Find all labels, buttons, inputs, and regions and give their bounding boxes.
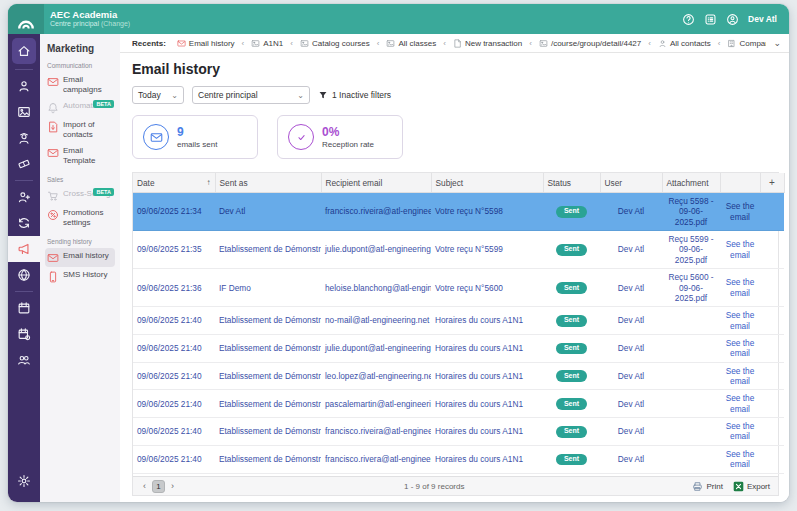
- table-row[interactable]: 09/06/2025 21:40Etablissement de Démonst…: [133, 307, 784, 335]
- recent-item-all-contacts[interactable]: All contacts: [658, 39, 711, 48]
- column-header-link[interactable]: [720, 173, 760, 193]
- column-header-sent_as[interactable]: Sent as: [215, 173, 321, 193]
- rainbow-logo-icon: [17, 19, 35, 29]
- sidebar-item-automation[interactable]: AutomationBETA: [45, 98, 115, 117]
- see-the-email-link[interactable]: See the email: [726, 277, 755, 297]
- envelope-icon: [47, 76, 59, 88]
- cell-blank: [760, 390, 784, 418]
- cell-subject: Votre reçu N°5600: [431, 269, 543, 307]
- rail-item-contacts-icon[interactable]: [8, 73, 40, 99]
- cell-blank: [760, 193, 784, 231]
- table-row[interactable]: 09/06/2025 21:40Etablissement de Démonst…: [133, 418, 784, 446]
- see-the-email-link[interactable]: See the email: [726, 310, 755, 330]
- column-header-attachment[interactable]: Attachment: [662, 173, 720, 193]
- recent-item-label: Email history: [189, 39, 235, 48]
- recent-item-label: /course/group/detail/4427: [551, 39, 641, 48]
- table-row[interactable]: 09/06/2025 21:40Etablissement de Démonst…: [133, 390, 784, 418]
- table-row[interactable]: 09/06/2025 21:40Etablissement de Démonst…: [133, 362, 784, 390]
- sidebar-item-cross-selling[interactable]: Cross-SellingBETA: [45, 186, 115, 205]
- sidebar-item-import-of-contacts[interactable]: Import of contacts: [45, 117, 115, 143]
- tasks-list-icon[interactable]: [704, 13, 717, 26]
- sidebar-item-email-template[interactable]: Email Template: [45, 143, 115, 169]
- rail-item-home-icon[interactable]: [12, 38, 36, 64]
- centre-select[interactable]: Centre principal⌄: [192, 86, 310, 104]
- cell-recipient: julie.dupont@atl-engineering.net: [321, 334, 431, 362]
- column-header-user[interactable]: User: [600, 173, 662, 193]
- cell-sent_as: Etablissement de Démonstration: [215, 231, 321, 269]
- see-the-email-link[interactable]: See the email: [726, 366, 755, 386]
- cell-date: 09/06/2025 21:40: [133, 390, 215, 418]
- envelope-icon: [143, 124, 169, 150]
- recent-item-companies[interactable]: Companies: [727, 39, 766, 48]
- see-the-email-link[interactable]: See the email: [726, 239, 755, 259]
- cell-user: Dev Atl: [600, 362, 662, 390]
- prev-page-icon[interactable]: ‹: [141, 481, 148, 491]
- rail-item-person-add-icon[interactable]: [8, 184, 40, 210]
- rail-item-groups-icon[interactable]: [8, 347, 40, 373]
- centre-change-link[interactable]: (Change): [101, 20, 130, 27]
- column-header-date[interactable]: Date↑: [133, 173, 215, 193]
- recent-item-new-transaction[interactable]: New transaction: [453, 39, 522, 48]
- column-header-subject[interactable]: Subject: [431, 173, 543, 193]
- cell-date: 09/06/2025 21:40: [133, 334, 215, 362]
- chevron-left-icon: ‹: [648, 39, 651, 48]
- table-row[interactable]: 09/06/2025 21:36IF Demoheloise.blanchong…: [133, 269, 784, 307]
- sidebar-item-email-campaigns[interactable]: Email campaigns: [45, 72, 115, 98]
- cell-user: Dev Atl: [600, 193, 662, 231]
- rail-item-megaphone-icon[interactable]: [8, 236, 40, 262]
- see-the-email-link[interactable]: See the email: [726, 393, 755, 413]
- recent-item-a1n1[interactable]: A1N1: [251, 39, 283, 48]
- table-row[interactable]: 09/06/2025 21:35Etablissement de Démonst…: [133, 231, 784, 269]
- cell-recipient: francisco.rivera@atl-engineering.net: [321, 445, 431, 473]
- cell-date: 09/06/2025 21:34: [133, 193, 215, 231]
- sidebar-item-promotions-settings[interactable]: Promotions settings: [45, 205, 115, 231]
- cell-attachment: Reçu 5600 - 09-06-2025.pdf: [662, 269, 720, 307]
- sidebar-item-email-history[interactable]: Email history: [45, 248, 115, 267]
- rail-item-settings-icon[interactable]: [8, 468, 40, 494]
- user-avatar[interactable]: [726, 13, 739, 26]
- rail-item-transactions-icon[interactable]: [8, 210, 40, 236]
- see-the-email-link[interactable]: See the email: [726, 201, 755, 221]
- rail-divider: [15, 180, 33, 181]
- recent-item--course-group-detail-4427[interactable]: /course/group/detail/4427: [539, 39, 641, 48]
- rail-item-tickets-icon[interactable]: [8, 151, 40, 177]
- emails-sent-value: 9: [177, 125, 217, 139]
- rail-item-media-icon[interactable]: [8, 99, 40, 125]
- rail-item-calendar-icon[interactable]: [8, 295, 40, 321]
- cell-link: See the email: [720, 307, 760, 335]
- column-header-recipient[interactable]: Recipient email: [321, 173, 431, 193]
- table-row[interactable]: 09/06/2025 21:40Etablissement de Démonst…: [133, 445, 784, 473]
- recent-item-email-history[interactable]: Email history: [177, 39, 235, 48]
- cell-date: 09/06/2025 21:40: [133, 362, 215, 390]
- see-the-email-link[interactable]: See the email: [726, 421, 755, 441]
- add-column-button[interactable]: +: [765, 177, 780, 188]
- table-row[interactable]: 09/06/2025 21:40Etablissement de Démonst…: [133, 334, 784, 362]
- image-icon: [386, 39, 395, 48]
- beta-badge: BETA: [93, 188, 114, 196]
- sidebar-item-sms-history[interactable]: SMS History: [45, 267, 115, 286]
- file-icon: [453, 39, 462, 48]
- recents-expand-icon[interactable]: ⌄: [773, 38, 781, 48]
- inactive-filters-button[interactable]: 1 Inactive filters: [318, 90, 391, 100]
- page-title: Email history: [132, 61, 779, 77]
- see-the-email-link[interactable]: See the email: [726, 449, 755, 469]
- user-name[interactable]: Dev Atl: [748, 14, 777, 24]
- next-page-icon[interactable]: ›: [169, 481, 176, 491]
- page-number[interactable]: 1: [152, 480, 165, 493]
- period-select[interactable]: Today⌄: [132, 86, 184, 104]
- export-button[interactable]: Export: [733, 481, 770, 492]
- print-button[interactable]: Print: [692, 481, 722, 492]
- sidebar-item-label: Import of contacts: [63, 120, 113, 140]
- table-row[interactable]: 09/06/2025 21:34Dev Atlfrancisco.riveira…: [133, 193, 784, 231]
- column-header-status[interactable]: Status: [543, 173, 600, 193]
- rail-item-web-icon[interactable]: [8, 262, 40, 288]
- help-icon[interactable]: [682, 13, 695, 26]
- app-logo[interactable]: [8, 4, 44, 34]
- recent-item-catalog-courses[interactable]: Catalog courses: [300, 39, 370, 48]
- recent-item-all-classes[interactable]: All classes: [386, 39, 436, 48]
- recents-bar: Recents: Email history‹A1N1‹Catalog cour…: [120, 34, 789, 53]
- rail-item-teachers-icon[interactable]: [8, 125, 40, 151]
- rail-item-scheduler-icon[interactable]: [8, 321, 40, 347]
- cell-attachment: Reçu 5598 - 09-06-2025.pdf: [662, 193, 720, 231]
- see-the-email-link[interactable]: See the email: [726, 338, 755, 358]
